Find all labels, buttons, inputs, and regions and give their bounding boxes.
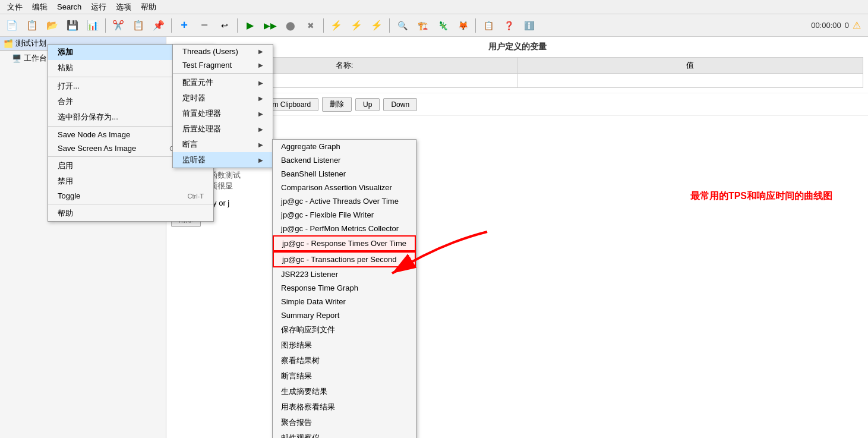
tb-img2[interactable]: 🏗️ (413, 17, 432, 34)
menu-run[interactable]: 运行 (86, 1, 111, 14)
sub1-threads[interactable]: Threads (Users) ▶ (173, 45, 273, 58)
s2-flexible-file[interactable]: jp@gc - Flexible File Writer (273, 208, 416, 222)
toolbar: 📄 📋 📂 💾 📊 ✂️ 📋 📌 + − ↩ ▶ ▶▶ ⬤ ✖ ⚡ ⚡ ⚡ 🔍 … (0, 14, 868, 37)
tb-remote3[interactable]: ⚡ (367, 17, 386, 34)
sub1-timer-label: 定时器 (182, 93, 206, 103)
ctx-open-label: 打开... (58, 81, 80, 92)
s2-response-times[interactable]: jp@gc - Response Times Over Time (273, 235, 416, 251)
elapsed-time: 00:00:00 (811, 21, 841, 30)
sub1-pre-arrow: ▶ (258, 111, 263, 117)
s2-response-time-graph[interactable]: Response Time Graph (273, 281, 416, 295)
sub1-post-label: 后置处理器 (182, 124, 221, 134)
tb-run[interactable]: ▶ (241, 17, 260, 34)
sub1-listener-label: 监听器 (182, 155, 206, 165)
ctx-disable-label: 禁用 (58, 176, 73, 187)
ctx-save-part-label: 选中部分保存为... (58, 112, 118, 122)
sub1-timer-arrow: ▶ (258, 95, 263, 102)
ctx-toggle-shortcut: Ctrl-T (188, 193, 204, 200)
tb-template[interactable]: 📋 (23, 17, 42, 34)
tb-stop-now[interactable]: ✖ (301, 17, 320, 34)
s2-generate-summary[interactable]: 生成摘要结果 (273, 384, 416, 399)
s2-save-response[interactable]: 保存响应到文件 (273, 322, 416, 338)
s2-view-results-tree[interactable]: 察看结果树 (273, 353, 416, 368)
menu-search[interactable]: Search (52, 1, 86, 12)
s2-perfmon[interactable]: jp@gc - PerfMon Metrics Collector (273, 222, 416, 235)
tb-img4[interactable]: 🦊 (453, 17, 472, 34)
tb-remote2[interactable]: ⚡ (347, 17, 366, 34)
tb-cut[interactable]: ✂️ (109, 17, 128, 34)
menu-bar: 文件 编辑 Search 运行 选项 帮助 (0, 0, 868, 14)
ctx-save-screen-label: Save Screen As Image (58, 144, 136, 153)
tb-stop[interactable]: ⬤ (281, 17, 300, 34)
s2-beanshell-listener[interactable]: BeanShell Listener (273, 167, 416, 181)
s2-summary-report[interactable]: Summary Report (273, 308, 416, 322)
ctx-toggle[interactable]: Toggle Ctrl-T (48, 189, 213, 203)
tb-run-all[interactable]: ▶▶ (261, 17, 280, 34)
menu-help[interactable]: 帮助 (136, 1, 161, 14)
tb-open[interactable]: 📂 (43, 17, 62, 34)
s2-active-threads[interactable]: jp@gc - Active Threads Over Time (273, 194, 416, 208)
submenu-add: Threads (Users) ▶ Test Fragment ▶ 配置元件 ▶… (172, 44, 273, 168)
sub1-listener[interactable]: 监听器 ▶ (173, 152, 273, 168)
menu-edit[interactable]: 编辑 (27, 1, 52, 14)
submenu-listener: Aggregate Graph Backend Listener BeanShe… (272, 139, 416, 438)
sub1-fragment-arrow: ▶ (258, 62, 263, 68)
tb-img1[interactable]: 🔍 (393, 17, 412, 34)
s2-mail-observer[interactable]: 邮件观察仪 (273, 430, 416, 438)
s2-view-results-table[interactable]: 用表格察看结果 (273, 399, 416, 415)
ctx-help-label: 帮助 (58, 208, 73, 219)
tb-copy[interactable]: 📋 (129, 17, 148, 34)
sub1-pre[interactable]: 前置处理器 ▶ (173, 106, 273, 121)
tb-new[interactable]: 📄 (2, 17, 21, 34)
sub1-assert[interactable]: 断言 ▶ (173, 137, 273, 152)
delete-btn[interactable]: 删除 (322, 97, 352, 112)
sub1-assert-arrow: ▶ (258, 141, 263, 148)
tb-save[interactable]: 💾 (63, 17, 82, 34)
tb-help[interactable]: ❓ (499, 17, 518, 34)
tb-paste[interactable]: 📌 (149, 17, 168, 34)
tb-sep3 (237, 18, 238, 33)
ctx-sep4 (48, 204, 213, 204)
s2-jsr223[interactable]: JSR223 Listener (273, 267, 416, 281)
tb-add[interactable]: + (175, 17, 194, 34)
s2-backend-listener[interactable]: Backend Listener (273, 153, 416, 167)
up-btn[interactable]: Up (355, 98, 380, 111)
sub1-config-label: 配置元件 (182, 77, 213, 88)
sub1-sep1 (173, 73, 273, 74)
tb-undo[interactable]: ↩ (215, 17, 234, 34)
s2-aggregate-report[interactable]: 聚合报告 (273, 415, 416, 430)
ctx-paste-label: 粘贴 (58, 62, 73, 73)
cell-value (517, 74, 863, 88)
s2-transactions-per-sec[interactable]: jp@gc - Transactions per Second (273, 251, 416, 267)
s2-simple-data-writer[interactable]: Simple Data Writer (273, 295, 416, 308)
tb-sep1 (105, 18, 106, 33)
sub1-threads-label: Threads (Users) (182, 47, 238, 56)
sub1-fragment[interactable]: Test Fragment ▶ (173, 58, 273, 72)
s2-aggregate-graph[interactable]: Aggregate Graph (273, 140, 416, 153)
tb-sep4 (323, 18, 324, 33)
s2-comparison-assertion[interactable]: Comparison Assertion Visualizer (273, 181, 416, 194)
menu-file[interactable]: 文件 (2, 1, 27, 14)
tb-list[interactable]: 📋 (479, 17, 498, 34)
tb-info[interactable]: ℹ️ (519, 17, 538, 34)
sub1-post-arrow: ▶ (258, 126, 263, 133)
ctx-help[interactable]: 帮助 (48, 206, 213, 221)
s2-assertion-results[interactable]: 断言结果 (273, 368, 416, 384)
tb-saveas[interactable]: 📊 (83, 17, 102, 34)
uv-table: 名称: 值 (171, 57, 863, 88)
sub1-timer[interactable]: 定时器 ▶ (173, 90, 273, 106)
sub1-fragment-label: Test Fragment (182, 61, 232, 70)
sub1-post[interactable]: 后置处理器 ▶ (173, 121, 273, 137)
menu-options[interactable]: 选项 (111, 1, 136, 14)
sub1-assert-label: 断言 (182, 139, 198, 150)
down-btn[interactable]: Down (383, 98, 417, 111)
tb-remove[interactable]: − (195, 17, 214, 34)
uv-title: 用户定义的变量 (171, 42, 863, 52)
tb-remote1[interactable]: ⚡ (327, 17, 346, 34)
s2-graph-results[interactable]: 图形结果 (273, 338, 416, 353)
sub1-config[interactable]: 配置元件 ▶ (173, 75, 273, 90)
sub1-config-arrow: ▶ (258, 80, 263, 86)
ctx-disable[interactable]: 禁用 (48, 174, 213, 189)
tb-sep2 (171, 18, 172, 33)
tb-img3[interactable]: 🦎 (433, 17, 452, 34)
